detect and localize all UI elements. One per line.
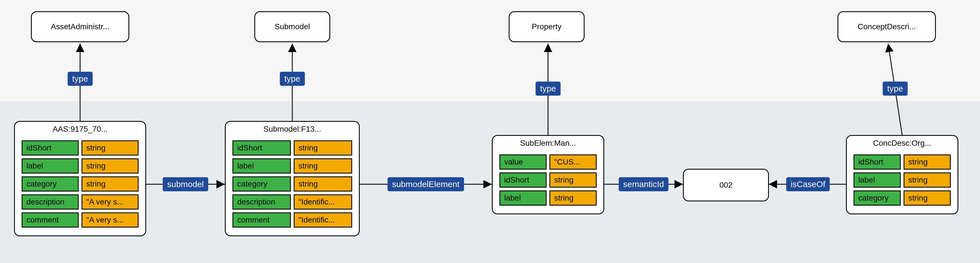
connectors-layer xyxy=(0,0,980,263)
instance-node-concept-description[interactable]: ConcDesc:Org... idShortstring labelstrin… xyxy=(846,135,958,214)
instance-title: Submodel:F13... xyxy=(230,122,355,137)
table-row: labelstring xyxy=(500,190,597,206)
graph-diagram: AssetAdministr... Submodel Property Conc… xyxy=(0,0,980,263)
prop-key: label xyxy=(854,172,901,188)
prop-val: "CUS... xyxy=(549,155,597,170)
prop-key: comment xyxy=(232,212,291,228)
prop-key: idShort xyxy=(22,140,79,156)
table-row: labelstring xyxy=(232,158,352,174)
table-row: categorystring xyxy=(22,176,138,191)
edge-label-semantic-id: semanticId xyxy=(619,177,668,191)
prop-val: "A very s... xyxy=(81,212,138,228)
table-row: idShortstring xyxy=(232,140,352,156)
table-row: description"A very s... xyxy=(22,194,138,210)
property-table: idShortstring labelstring categorystring xyxy=(851,151,954,209)
edge-label-type: type xyxy=(536,81,561,96)
prop-val: string xyxy=(81,176,138,191)
prop-key: description xyxy=(22,194,79,210)
prop-key: label xyxy=(22,158,79,174)
prop-val: "A very s... xyxy=(81,194,138,210)
prop-key: category xyxy=(854,190,901,206)
prop-val: string xyxy=(549,190,597,206)
prop-val: string xyxy=(549,172,597,188)
prop-key: comment xyxy=(22,212,79,228)
edge-label-is-case-of: isCaseOf xyxy=(786,177,830,191)
prop-key: label xyxy=(500,190,547,206)
prop-key: idShort xyxy=(232,140,291,156)
type-label: Submodel xyxy=(275,22,310,31)
prop-val: string xyxy=(81,158,138,174)
type-label: ConceptDescri... xyxy=(858,22,916,31)
prop-val: string xyxy=(81,140,138,156)
type-label: AssetAdministr... xyxy=(51,22,110,31)
table-row: value"CUS... xyxy=(500,155,597,170)
prop-key: idShort xyxy=(854,155,901,170)
instance-title: SubElem:Man... xyxy=(496,136,600,151)
instance-node-property[interactable]: SubElem:Man... value"CUS... idShortstrin… xyxy=(492,135,604,214)
prop-key: idShort xyxy=(500,172,547,188)
type-node-asset-administration-shell[interactable]: AssetAdministr... xyxy=(31,11,129,42)
edge-label-submodel: submodel xyxy=(163,177,208,191)
prop-val: string xyxy=(294,158,352,174)
edge-label-type: type xyxy=(68,72,93,86)
type-node-concept-description[interactable]: ConceptDescri... xyxy=(837,11,936,42)
prop-val: string xyxy=(904,155,951,170)
property-table: idShortstring labelstring categorystring… xyxy=(230,137,355,230)
table-row: idShortstring xyxy=(22,140,138,156)
instance-title: AAS:9175_70... xyxy=(19,122,142,137)
prop-val: string xyxy=(904,190,951,206)
prop-val: "Identific... xyxy=(294,194,352,210)
table-row: categorystring xyxy=(232,176,352,191)
edge-label-type: type xyxy=(883,81,908,96)
prop-key: category xyxy=(22,176,79,191)
prop-val: string xyxy=(904,172,951,188)
prop-val: string xyxy=(294,140,352,156)
table-row: labelstring xyxy=(854,172,951,188)
table-row: comment"Identific... xyxy=(232,212,352,228)
node-label: 002 xyxy=(719,180,733,190)
instance-node-aas[interactable]: AAS:9175_70... idShortstring labelstring… xyxy=(14,121,146,236)
table-row: idShortstring xyxy=(854,155,951,170)
prop-val: string xyxy=(294,176,352,191)
prop-key: label xyxy=(232,158,291,174)
instance-node-submodel[interactable]: Submodel:F13... idShortstring labelstrin… xyxy=(225,121,360,236)
prop-val: "Identific... xyxy=(294,212,352,228)
table-row: description"Identific... xyxy=(232,194,352,210)
prop-key: value xyxy=(500,155,547,170)
property-table: value"CUS... idShortstring labelstring xyxy=(496,151,600,209)
table-row: idShortstring xyxy=(500,172,597,188)
table-row: categorystring xyxy=(854,190,951,206)
type-node-submodel[interactable]: Submodel xyxy=(255,11,330,42)
type-label: Property xyxy=(532,22,562,31)
table-row: labelstring xyxy=(22,158,138,174)
instance-node-002[interactable]: 002 xyxy=(683,169,769,201)
type-node-property[interactable]: Property xyxy=(509,11,585,42)
prop-key: category xyxy=(232,176,291,191)
property-table: idShortstring labelstring categorystring… xyxy=(19,137,142,230)
instance-title: ConcDesc:Org... xyxy=(851,136,954,151)
edge-label-type: type xyxy=(280,72,305,86)
table-row: comment"A very s... xyxy=(22,212,138,228)
edge-label-submodel-element: submodelElement xyxy=(388,177,464,191)
prop-key: description xyxy=(232,194,291,210)
